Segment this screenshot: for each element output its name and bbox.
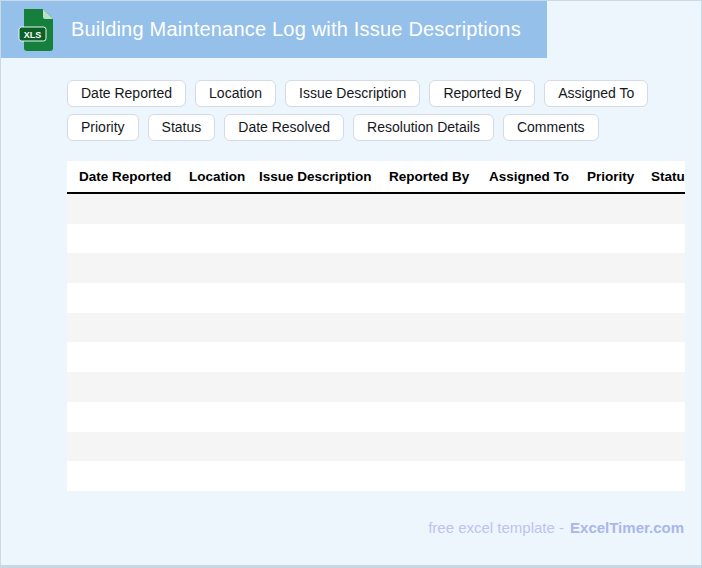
column-chip[interactable]: Date Resolved (224, 114, 344, 141)
column-chip[interactable]: Location (195, 80, 276, 107)
page-title: Building Maintenance Log with Issue Desc… (71, 18, 521, 41)
table-row (67, 313, 685, 343)
table-column-header: Priority (587, 169, 651, 184)
column-chip[interactable]: Status (148, 114, 216, 141)
column-chip[interactable]: Reported By (429, 80, 535, 107)
table-row (67, 253, 685, 283)
table-row (67, 342, 685, 372)
table-row (67, 432, 685, 462)
table-row (67, 283, 685, 313)
xls-file-icon: XLS (17, 8, 55, 52)
column-chip[interactable]: Assigned To (544, 80, 648, 107)
column-chip[interactable]: Issue Description (285, 80, 420, 107)
table-row (67, 402, 685, 432)
table-column-header: Location (189, 169, 259, 184)
table-column-header: Date Reported (79, 169, 189, 184)
brand-link[interactable]: ExcelTimer.com (570, 519, 684, 536)
table-row (67, 372, 685, 402)
table-column-header: Status (651, 169, 685, 184)
page: XLS Building Maintenance Log with Issue … (0, 0, 702, 568)
svg-text:XLS: XLS (24, 29, 42, 39)
column-chip[interactable]: Resolution Details (353, 114, 494, 141)
table-column-header: Reported By (389, 169, 489, 184)
title-banner: XLS Building Maintenance Log with Issue … (1, 1, 547, 58)
table-row (67, 194, 685, 224)
column-chip[interactable]: Date Reported (67, 80, 186, 107)
footer: free excel template -ExcelTimer.com (428, 519, 684, 536)
table-body (67, 194, 685, 491)
column-chip[interactable]: Priority (67, 114, 139, 141)
table-header-row: Date ReportedLocationIssue DescriptionRe… (67, 161, 685, 194)
table-row (67, 461, 685, 491)
table-column-header: Assigned To (489, 169, 587, 184)
spreadsheet-preview: Date ReportedLocationIssue DescriptionRe… (67, 161, 685, 491)
table-column-header: Issue Description (259, 169, 389, 184)
column-chip[interactable]: Comments (503, 114, 599, 141)
table-row (67, 224, 685, 254)
column-chip-list: Date ReportedLocationIssue DescriptionRe… (67, 80, 695, 141)
footer-text: free excel template - (428, 519, 564, 536)
